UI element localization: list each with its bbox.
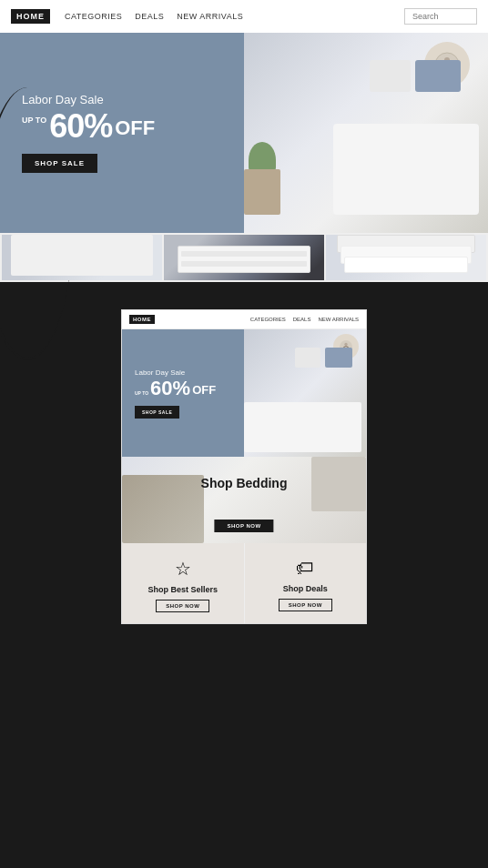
cat-size-bed [11, 235, 153, 276]
preview-pillow-white [295, 348, 320, 368]
preview-navbar: HOME CATEGORIES DEALS NEW ARRIVALS [122, 310, 366, 329]
preview-deals-title: Shop Deals [252, 584, 360, 593]
nightstand-decoration [244, 169, 280, 215]
preview-pillow-blue [325, 348, 352, 368]
pillow-blue [415, 60, 461, 92]
preview-hero-subtitle: Labor Day Sale [135, 368, 231, 377]
top-section: HOME CATEGORIES DEALS NEW ARRIVALS Labor… [0, 0, 488, 282]
preview-hero-discount-row: UP TO 60% OFF [135, 378, 231, 399]
nav-categories[interactable]: CATEGORIES [65, 12, 122, 21]
preview-bestsellers-title: Shop Best Sellers [129, 585, 237, 594]
preview-bedding-btn-wrap: SHOP NOW [214, 515, 273, 532]
preview-nav-categories[interactable]: CATEGORIES [250, 317, 286, 322]
hero-upto: UP TO [22, 116, 46, 125]
hero-banner: Labor Day Sale UP TO 60% OFF SHOP SALE [0, 33, 488, 233]
preview-bestsellers-button[interactable]: SHOP NOW [156, 600, 209, 612]
category-card-deals[interactable]: Shop Deals SHOP NOW [326, 235, 486, 280]
preview-nav-deals[interactable]: DEALS [293, 317, 311, 322]
category-brand-image [164, 235, 324, 280]
hero-upto-wrap: UP TO [22, 110, 46, 126]
preview-card-deals[interactable]: 🏷 Shop Deals SHOP NOW [245, 543, 367, 623]
bed-shape [333, 124, 479, 215]
preview-hero-left: Labor Day Sale UP TO 60% OFF SHOP SALE [122, 329, 244, 457]
pillow-white [370, 60, 411, 92]
preview-logo[interactable]: HOME [129, 315, 155, 324]
preview-bedding-title: Shop Bedding [201, 476, 288, 490]
star-icon: ☆ [129, 558, 237, 580]
hero-discount: 60% [49, 110, 112, 143]
navbar: HOME CATEGORIES DEALS NEW ARRIVALS [0, 0, 488, 33]
category-card-size[interactable]: Shop by Size SHOP NOW [2, 235, 162, 280]
category-size-image [2, 235, 162, 280]
category-deals-image [326, 235, 486, 280]
preview-bottom-cards: ☆ Shop Best Sellers SHOP NOW 🏷 Shop Deal… [122, 543, 366, 623]
preview-bedding-button[interactable]: SHOP NOW [214, 520, 273, 532]
preview-upto: UP TO [135, 390, 148, 397]
preview-hero: Labor Day Sale UP TO 60% OFF SHOP SALE [122, 329, 366, 457]
preview-deals-button[interactable]: SHOP NOW [279, 599, 332, 611]
hero-discount-row: UP TO 60% OFF [22, 110, 222, 143]
hero-left: Labor Day Sale UP TO 60% OFF SHOP SALE [0, 33, 244, 233]
mattress-stripe2 [181, 261, 307, 267]
preview-card-bestsellers[interactable]: ☆ Shop Best Sellers SHOP NOW [122, 543, 244, 623]
tag-icon: 🏷 [252, 558, 360, 579]
preview-nav-links: CATEGORIES DEALS NEW ARRIVALS [164, 317, 359, 322]
hero-image [244, 33, 488, 233]
preview-discount: 60% [150, 378, 190, 399]
nav-new-arrivals[interactable]: NEW ARRIVALS [177, 12, 243, 21]
deals-mattress3 [344, 257, 468, 273]
logo[interactable]: HOME [11, 9, 50, 24]
nav-deals[interactable]: DEALS [135, 12, 164, 21]
preview-nav-new-arrivals[interactable]: NEW ARRIVALS [318, 317, 359, 322]
hero-subtitle: Labor Day Sale [22, 93, 222, 106]
preview-frame: HOME CATEGORIES DEALS NEW ARRIVALS Labor… [121, 309, 367, 624]
search-input[interactable] [404, 8, 477, 25]
preview-off: OFF [192, 383, 216, 397]
svg-point-3 [344, 343, 347, 346]
bottom-preview-section: HOME CATEGORIES DEALS NEW ARRIVALS Labor… [0, 309, 488, 624]
hero-cta-button[interactable]: SHOP SALE [22, 154, 97, 173]
hero-right [244, 33, 488, 233]
preview-hero-button[interactable]: SHOP SALE [135, 406, 179, 419]
mattress-stripe1 [181, 251, 307, 257]
preview-bed-right [311, 457, 366, 511]
category-card-brand[interactable]: Shop by Brand SHOP NOW [164, 235, 324, 280]
nav-links: CATEGORIES DEALS NEW ARRIVALS [65, 12, 390, 21]
preview-bedding-title-wrap: Shop Bedding [201, 475, 288, 491]
preview-bed-left [122, 475, 204, 543]
preview-hero-right [244, 329, 366, 457]
category-cards: Shop by Size SHOP NOW Shop by Brand SHOP… [0, 233, 488, 282]
cat-brand-mattress [178, 246, 310, 273]
hero-off: OFF [115, 116, 155, 140]
preview-bed-cover [244, 402, 361, 452]
preview-bedding-section: Shop Bedding SHOP NOW [122, 457, 366, 543]
